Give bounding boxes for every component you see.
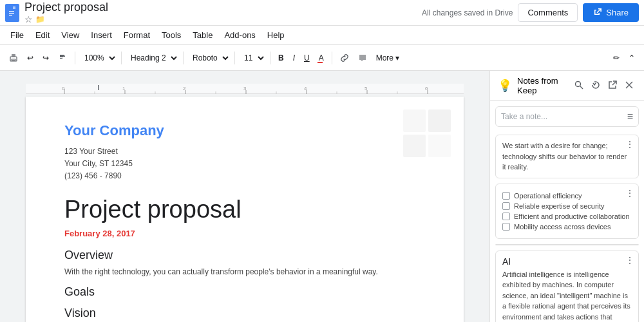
keep-header: 💡 Notes from Keep xyxy=(490,71,644,101)
menu-help[interactable]: Help xyxy=(262,28,290,43)
check-item-3-checkbox[interactable] xyxy=(502,223,510,231)
menu-file[interactable]: File xyxy=(5,28,29,43)
svg-rect-7 xyxy=(12,59,15,61)
paint-format-button[interactable] xyxy=(54,51,71,65)
list-item: Mobility access across devices xyxy=(502,222,632,232)
link-button[interactable] xyxy=(336,51,353,65)
svg-rect-1 xyxy=(13,6,15,9)
divider-1 xyxy=(75,52,75,64)
svg-text:0: 0 xyxy=(62,86,65,91)
keep-card1-text: We start with a desire for change; techn… xyxy=(502,140,632,173)
doc-area: 0 1 2 3 4 5 6 xyxy=(0,71,489,322)
svg-text:4: 4 xyxy=(304,86,307,91)
svg-text:5: 5 xyxy=(365,86,368,91)
check-item-0-checkbox[interactable] xyxy=(502,192,510,200)
doc-title[interactable]: Project proposal xyxy=(24,1,108,14)
keep-checklist: Operational efficiency Reliable expertis… xyxy=(502,189,632,233)
keep-icon: 💡 xyxy=(498,79,512,93)
keep-note-options-icon[interactable]: ≡ xyxy=(627,111,633,122)
section-overview-heading: Overview xyxy=(64,249,425,262)
undo-button[interactable]: ↩ xyxy=(23,51,37,65)
save-status: All changes saved in Drive xyxy=(422,8,513,17)
underline-button[interactable]: U xyxy=(300,51,314,65)
menu-view[interactable]: View xyxy=(56,28,84,43)
menu-table[interactable]: Table xyxy=(187,28,218,43)
keep-open-button[interactable] xyxy=(605,78,620,94)
svg-line-32 xyxy=(580,86,583,89)
divider-2 xyxy=(121,52,122,64)
keep-ai-title: AI xyxy=(502,256,632,267)
address-line2: Your City, ST 12345 xyxy=(64,158,425,170)
page-watermark xyxy=(403,109,451,157)
style-select[interactable]: Heading 2 xyxy=(126,51,179,65)
title-section: Project proposal ☆ 📁 xyxy=(24,1,108,24)
check-item-0-label: Operational efficiency xyxy=(514,192,582,200)
svg-rect-8 xyxy=(60,57,63,57)
keep-refresh-button[interactable] xyxy=(589,78,603,94)
document-date: February 28, 2017 xyxy=(64,229,425,238)
check-item-3-label: Mobility access across devices xyxy=(514,223,611,231)
print-button[interactable] xyxy=(5,51,22,65)
check-item-2-label: Efficient and productive collaboration xyxy=(514,213,630,220)
check-item-2-checkbox[interactable] xyxy=(502,213,510,220)
list-item: Reliable expertise of security xyxy=(502,201,632,211)
italic-button[interactable]: I xyxy=(289,51,299,65)
check-item-1-label: Reliable expertise of security xyxy=(514,202,605,210)
menu-tools[interactable]: Tools xyxy=(156,28,186,43)
zoom-select[interactable]: 100% xyxy=(79,51,117,65)
keep-note-input[interactable]: Take a note... ≡ xyxy=(495,106,639,127)
keep-search-button[interactable] xyxy=(572,78,586,94)
keep-ai-text: Artificial intelligence is intelligence … xyxy=(502,269,632,323)
keep-card1-more-button[interactable]: ⋮ xyxy=(625,139,634,149)
doc-icon xyxy=(5,4,19,22)
keep-text-card: ⋮ We start with a desire for change; tec… xyxy=(495,135,639,178)
menu-insert[interactable]: Insert xyxy=(86,28,117,43)
address-block: 123 Your Street Your City, ST 12345 (123… xyxy=(64,146,425,183)
document-title: Project proposal xyxy=(64,196,425,223)
keep-header-actions xyxy=(572,78,636,94)
keep-image-card: ★ ★ ★ ⋮ xyxy=(495,244,639,245)
toolbar: ↩ ↪ 100% Heading 2 Roboto 11 B I U A Mor… xyxy=(0,45,644,71)
svg-rect-35 xyxy=(496,245,639,245)
divider-3 xyxy=(183,52,184,64)
size-select[interactable]: 11 xyxy=(239,51,266,65)
font-select[interactable]: Roboto xyxy=(187,51,231,65)
keep-close-button[interactable] xyxy=(622,78,636,94)
menu-addons[interactable]: Add-ons xyxy=(219,28,260,43)
main-area: 0 1 2 3 4 5 6 xyxy=(0,71,644,322)
svg-text:2: 2 xyxy=(183,86,186,91)
menu-edit[interactable]: Edit xyxy=(30,28,55,43)
menu-format[interactable]: Format xyxy=(118,28,155,43)
share-icon xyxy=(593,7,602,18)
font-color-button[interactable]: A xyxy=(315,51,328,65)
comment-inline-button[interactable] xyxy=(354,51,371,65)
keep-panel-title: Notes from Keep xyxy=(517,76,567,95)
list-item: Efficient and productive collaboration xyxy=(502,211,632,222)
keep-ai-more-button[interactable]: ⋮ xyxy=(625,255,634,265)
document-page[interactable]: Your Company 123 Your Street Your City, … xyxy=(26,97,464,322)
collapse-button[interactable]: ⌃ xyxy=(625,51,639,65)
address-line1: 123 Your Street xyxy=(64,146,425,158)
keep-ai-card: ⋮ AI Artificial intelligence is intellig… xyxy=(495,251,639,323)
svg-rect-4 xyxy=(9,15,12,16)
bold-button[interactable]: B xyxy=(274,51,288,65)
section-vision-heading: Vision xyxy=(64,307,425,320)
share-button[interactable]: Share xyxy=(583,3,639,22)
check-item-1-checkbox[interactable] xyxy=(502,202,510,210)
svg-text:6: 6 xyxy=(425,86,428,91)
redo-button[interactable]: ↪ xyxy=(39,51,53,65)
keep-checklist-more-button[interactable]: ⋮ xyxy=(625,188,634,198)
more-button[interactable]: More ▾ xyxy=(372,51,404,65)
list-item: Operational efficiency xyxy=(502,191,632,201)
pencil-button[interactable]: ✏ xyxy=(609,51,623,65)
folder-icon[interactable]: 📁 xyxy=(35,15,45,24)
svg-rect-3 xyxy=(9,13,14,14)
svg-text:1: 1 xyxy=(122,86,126,91)
svg-point-31 xyxy=(576,81,581,86)
keep-panel: 💡 Notes from Keep Take a note... ≡ xyxy=(489,71,644,322)
section-goals-heading: Goals xyxy=(64,285,425,299)
menubar: File Edit View Insert Format Tools Table… xyxy=(0,26,644,45)
svg-rect-9 xyxy=(60,58,62,59)
star-icon[interactable]: ☆ xyxy=(24,14,33,24)
comments-button[interactable]: Comments xyxy=(518,3,578,22)
